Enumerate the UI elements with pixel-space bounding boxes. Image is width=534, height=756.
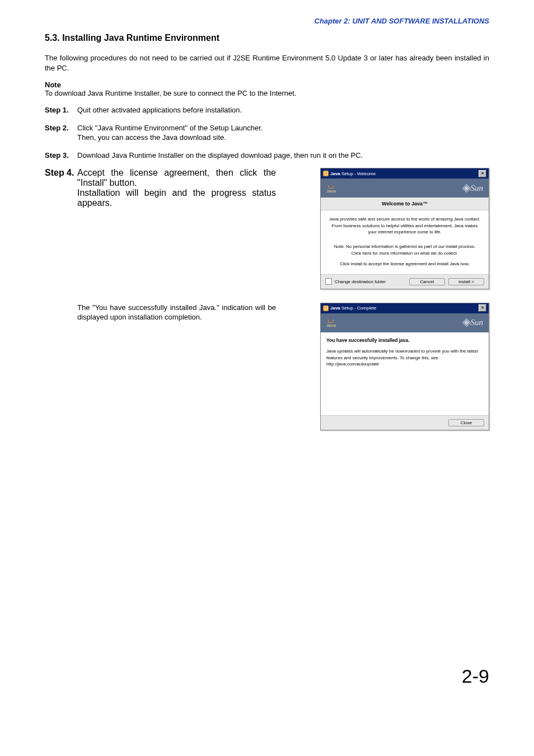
step-4-label: Step 4. xyxy=(45,168,77,208)
step-1-label: Step 1. xyxy=(45,105,77,115)
java-logo: Java xyxy=(326,183,336,194)
step-4-completion-text: The "You have successfully installed Jav… xyxy=(77,303,276,322)
java-icon xyxy=(323,306,329,311)
dialog-footer: Close xyxy=(321,415,489,430)
close-icon[interactable]: × xyxy=(479,170,486,177)
step-2-label: Step 2. xyxy=(45,123,77,143)
dialog-banner: Java Sun xyxy=(321,313,489,332)
dialog-paragraph-2: Note: No personal information is gathere… xyxy=(327,243,482,256)
dialog-welcome-heading: Welcome to Java™ xyxy=(321,198,489,210)
java-setup-complete-dialog: Java Setup - Complete × Java Sun You ha xyxy=(320,303,489,430)
step-4-text: Accept the license agreement, then click… xyxy=(77,168,276,208)
dialog-footer: Change destination folder Cancel Install… xyxy=(321,274,489,289)
note-label: Note xyxy=(45,81,489,89)
step-3-label: Step 3. xyxy=(45,151,77,161)
step-2-text: Click "Java Runtime Environment" of the … xyxy=(77,123,489,143)
sun-logo: Sun xyxy=(463,184,484,193)
dialog-titlebar: Java Setup - Complete × xyxy=(321,303,489,313)
dialog-title: Java Setup - Welcome xyxy=(330,171,376,176)
change-destination-checkbox[interactable] xyxy=(325,278,332,285)
step-3-text: Download Java Runtime Installer on the d… xyxy=(77,151,489,161)
intro-text: The following procedures do not need to … xyxy=(45,53,489,73)
install-button[interactable]: Install > xyxy=(448,278,484,285)
section-title: 5.3. Installing Java Runtime Environment xyxy=(45,33,489,43)
java-logo: Java xyxy=(326,317,336,328)
change-destination-label: Change destination folder xyxy=(335,279,386,284)
dialog-title: Java Setup - Complete xyxy=(330,306,376,311)
close-button[interactable]: Close xyxy=(448,419,484,426)
java-setup-welcome-dialog: Java Setup - Welcome × Java Sun Welcome xyxy=(320,168,489,289)
cancel-button[interactable]: Cancel xyxy=(409,278,445,285)
dialog-titlebar: Java Setup - Welcome × xyxy=(321,168,489,179)
dialog-paragraph-3: Click install to accept the license agre… xyxy=(327,261,482,267)
dialog-banner: Java Sun xyxy=(321,179,489,198)
success-heading: You have successfully installed java. xyxy=(326,337,483,344)
page-number: 2-9 xyxy=(45,665,489,687)
step-1-text: Quit other activated applications before… xyxy=(77,105,489,115)
dialog-body-text: Java updates will automatically be downr… xyxy=(326,348,483,368)
note-text: To download Java Runtime Installer, be s… xyxy=(45,89,489,97)
sun-logo: Sun xyxy=(463,318,484,327)
java-icon xyxy=(323,171,329,176)
dialog-paragraph-1: Java provides safe and secure access to … xyxy=(327,216,482,236)
close-icon[interactable]: × xyxy=(479,304,486,312)
chapter-header: Chapter 2: UNIT AND SOFTWARE INSTALLATIO… xyxy=(45,17,489,25)
